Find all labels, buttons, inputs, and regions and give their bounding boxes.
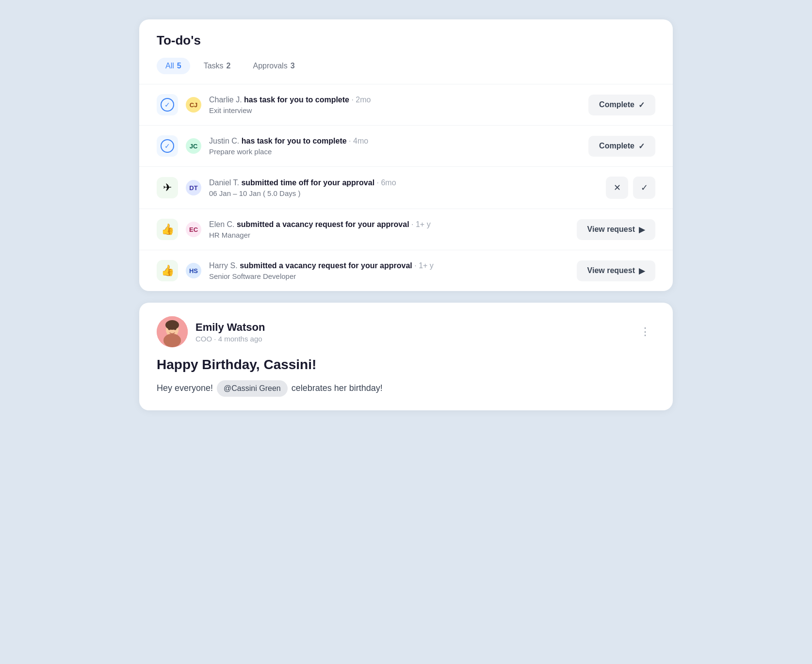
tab-tasks-count: 2 (227, 62, 231, 70)
todo-action: submitted a vacancy request for your app… (237, 220, 409, 228)
todo-action: has task for you to complete (244, 96, 349, 104)
post-author-separator: · (214, 335, 218, 343)
complete-button[interactable]: Complete ✓ (588, 95, 655, 115)
task-icon: ✓ (157, 94, 178, 115)
todo-actions: View request ▶ (577, 219, 655, 240)
tab-approvals-count: 3 (291, 62, 295, 70)
todo-content: Elen C. submitted a vacancy request for … (209, 220, 569, 239)
todo-actions: ✕ ✓ (606, 177, 655, 199)
view-request-button[interactable]: View request ▶ (577, 219, 655, 240)
arrow-right-icon: ▶ (639, 266, 645, 275)
todo-actions: Complete ✓ (588, 136, 655, 157)
todo-main-line: Harry S. submitted a vacancy request for… (209, 261, 569, 270)
svg-point-5 (165, 320, 179, 330)
todo-main-line: Justin C. has task for you to complete ·… (209, 137, 581, 146)
todo-time: · 2mo (351, 96, 371, 104)
post-title: Happy Birthday, Cassini! (157, 357, 655, 372)
todo-time: · 4mo (349, 137, 368, 145)
todo-name: Justin C. (209, 137, 239, 145)
tab-all-count: 5 (177, 62, 181, 70)
todo-content: Daniel T. submitted time off for your ap… (209, 178, 598, 197)
todos-card: To-do's All 5 Tasks 2 Approvals 3 ✓ CJ (139, 19, 673, 291)
todos-tabs: All 5 Tasks 2 Approvals 3 (139, 58, 673, 84)
post-author-time: 4 months ago (218, 335, 262, 343)
todo-name: Harry S. (209, 261, 238, 270)
todo-content: Harry S. submitted a vacancy request for… (209, 261, 569, 280)
todo-action: has task for you to complete (242, 137, 347, 145)
tab-tasks-label: Tasks (204, 62, 224, 70)
complete-button[interactable]: Complete ✓ (588, 136, 655, 157)
todo-content: Justin C. has task for you to complete ·… (209, 137, 581, 156)
post-author: Emily Watson COO · 4 months ago ⋮ (157, 316, 655, 347)
avatar: JC (186, 138, 201, 154)
post-author-name: Emily Watson (195, 321, 628, 334)
vacancy-icon: 👍 (157, 260, 178, 281)
todo-sub: Exit interview (209, 106, 581, 114)
complete-label: Complete (599, 100, 634, 109)
table-row: ✓ JC Justin C. has task for you to compl… (139, 126, 673, 167)
check-circle-icon: ✓ (161, 98, 174, 112)
todo-sub: 06 Jan – 10 Jan ( 5.0 Days ) (209, 189, 598, 197)
todo-time: · 1+ y (414, 261, 434, 270)
view-request-button[interactable]: View request ▶ (577, 260, 655, 281)
post-body-suffix: celebrates her birthday! (292, 381, 383, 395)
post-author-role: COO (195, 335, 212, 343)
table-row: 👍 EC Elen C. submitted a vacancy request… (139, 209, 673, 250)
avatar: HS (186, 263, 201, 278)
tab-approvals-label: Approvals (253, 62, 288, 70)
mention-tag[interactable]: @Cassini Green (217, 380, 288, 397)
post-body: Hey everyone! @Cassini Green celebrates … (157, 380, 655, 397)
post-author-info: Emily Watson COO · 4 months ago (195, 321, 628, 343)
todo-time: · 1+ y (411, 220, 431, 228)
checkmark-icon: ✓ (638, 142, 645, 151)
approve-button[interactable]: ✓ (633, 177, 655, 199)
todo-action: submitted time off for your approval (241, 178, 374, 187)
time-off-icon: ✈ (157, 177, 178, 198)
todo-name: Elen C. (209, 220, 234, 228)
todo-sub: Senior Software Developer (209, 272, 569, 280)
post-menu-button[interactable]: ⋮ (636, 322, 655, 342)
todo-name: Daniel T. (209, 178, 239, 187)
complete-label: Complete (599, 142, 634, 150)
avatar: CJ (186, 97, 201, 113)
todo-main-line: Charlie J. has task for you to complete … (209, 96, 581, 104)
checkmark-icon: ✓ (641, 182, 648, 193)
todo-main-line: Daniel T. submitted time off for your ap… (209, 178, 598, 187)
avatar: EC (186, 222, 201, 237)
todo-content: Charlie J. has task for you to complete … (209, 96, 581, 114)
post-author-meta: COO · 4 months ago (195, 335, 628, 343)
avatar: DT (186, 180, 201, 195)
tab-all-label: All (165, 62, 174, 70)
todo-time: · 6mo (377, 178, 396, 187)
view-request-label: View request (587, 225, 635, 234)
table-row: ✈ DT Daniel T. submitted time off for yo… (139, 167, 673, 209)
reject-button[interactable]: ✕ (606, 177, 628, 199)
checkmark-icon: ✓ (638, 100, 645, 110)
tab-approvals[interactable]: Approvals 3 (244, 58, 304, 74)
table-row: 👍 HS Harry S. submitted a vacancy reques… (139, 250, 673, 291)
vacancy-icon: 👍 (157, 219, 178, 240)
arrow-right-icon: ▶ (639, 225, 645, 234)
todo-actions: View request ▶ (577, 260, 655, 281)
view-request-label: View request (587, 266, 635, 275)
todo-action: submitted a vacancy request for your app… (240, 261, 412, 270)
table-row: ✓ CJ Charlie J. has task for you to comp… (139, 84, 673, 126)
task-icon: ✓ (157, 135, 178, 157)
tab-all[interactable]: All 5 (157, 58, 190, 74)
svg-point-2 (163, 334, 181, 347)
post-body-prefix: Hey everyone! (157, 381, 213, 395)
todo-sub: HR Manager (209, 231, 569, 239)
tab-tasks[interactable]: Tasks 2 (195, 58, 240, 74)
x-icon: ✕ (614, 182, 621, 193)
post-card: Emily Watson COO · 4 months ago ⋮ Happy … (139, 303, 673, 410)
main-container: To-do's All 5 Tasks 2 Approvals 3 ✓ CJ (139, 19, 673, 410)
todo-sub: Prepare work place (209, 147, 581, 156)
avatar (157, 316, 188, 347)
todo-name: Charlie J. (209, 96, 242, 104)
todo-main-line: Elen C. submitted a vacancy request for … (209, 220, 569, 229)
todo-actions: Complete ✓ (588, 95, 655, 115)
check-circle-icon: ✓ (161, 139, 174, 153)
todos-title: To-do's (139, 19, 673, 58)
